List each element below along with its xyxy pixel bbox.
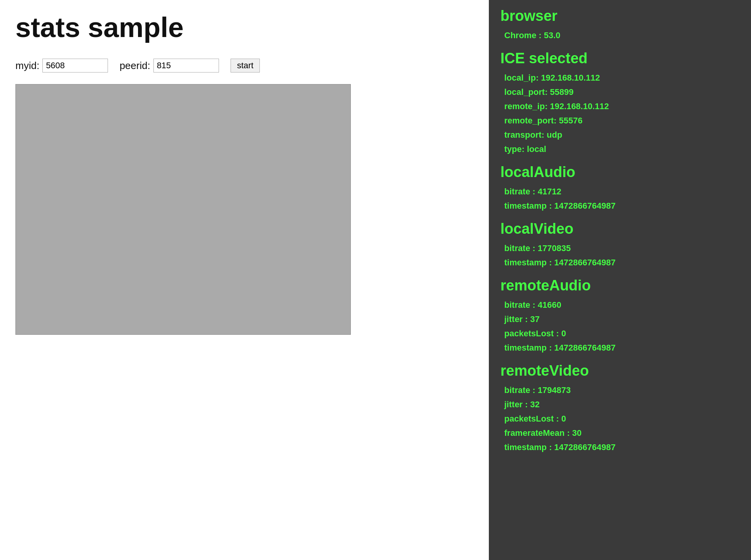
remote-video-item-4: timestamp : 1472866764987 bbox=[500, 440, 739, 454]
ice-title: ICE selected bbox=[500, 50, 739, 67]
ice-item-1: local_port: 55899 bbox=[500, 85, 739, 99]
myid-input[interactable] bbox=[42, 59, 108, 73]
remote-audio-item-1: jitter : 37 bbox=[500, 312, 739, 326]
remote-audio-item-3: timestamp : 1472866764987 bbox=[500, 341, 739, 355]
start-button[interactable]: start bbox=[231, 59, 260, 73]
peerid-group: peerid: bbox=[120, 59, 219, 73]
local-video-item-1: timestamp : 1472866764987 bbox=[500, 255, 739, 270]
remote-audio-item-0: bitrate : 41660 bbox=[500, 298, 739, 312]
remote-audio-item-2: packetsLost : 0 bbox=[500, 326, 739, 341]
stats-panel: browser Chrome : 53.0 ICE selected local… bbox=[489, 0, 751, 560]
remote-video-item-0: bitrate : 1794873 bbox=[500, 383, 739, 397]
remote-video-item-3: framerateMean : 30 bbox=[500, 426, 739, 440]
ice-item-5: type: local bbox=[500, 142, 739, 156]
peerid-label: peerid: bbox=[120, 60, 150, 72]
local-audio-item-0: bitrate : 41712 bbox=[500, 184, 739, 199]
browser-title: browser bbox=[500, 8, 739, 24]
remote-audio-title: remoteAudio bbox=[500, 277, 739, 294]
local-audio-title: localAudio bbox=[500, 164, 739, 180]
ice-item-0: local_ip: 192.168.10.112 bbox=[500, 71, 739, 85]
main-content: stats sample myid: peerid: start bbox=[0, 0, 489, 560]
local-video-title: localVideo bbox=[500, 221, 739, 237]
remote-video-title: remoteVideo bbox=[500, 363, 739, 379]
local-video-item-0: bitrate : 1770835 bbox=[500, 241, 739, 255]
ice-item-2: remote_ip: 192.168.10.112 bbox=[500, 99, 739, 113]
ice-item-4: transport: udp bbox=[500, 128, 739, 142]
video-area bbox=[15, 84, 351, 335]
remote-video-item-1: jitter : 32 bbox=[500, 397, 739, 412]
controls-row: myid: peerid: start bbox=[15, 59, 473, 73]
ice-item-3: remote_port: 55576 bbox=[500, 113, 739, 128]
remote-video-item-2: packetsLost : 0 bbox=[500, 412, 739, 426]
browser-value: Chrome : 53.0 bbox=[500, 28, 739, 42]
myid-label: myid: bbox=[15, 60, 39, 72]
page-title: stats sample bbox=[15, 12, 473, 43]
peerid-input[interactable] bbox=[153, 59, 219, 73]
local-audio-item-1: timestamp : 1472866764987 bbox=[500, 199, 739, 213]
myid-group: myid: bbox=[15, 59, 108, 73]
